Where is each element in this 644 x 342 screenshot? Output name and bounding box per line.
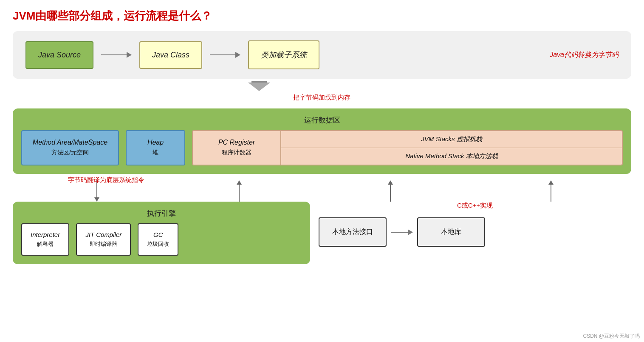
interpreter-box: Interpreter 解释器 [21, 223, 69, 256]
heap-sub: 堆 [136, 149, 175, 157]
load-label: 把字节码加载到内存 [293, 94, 350, 102]
gc-sub: 垃圾回收 [147, 240, 169, 248]
heap-label: Heap [136, 139, 175, 146]
native-area: 本地方法接口 本地库 [319, 217, 631, 247]
row2-container: 运行数据区 Method Area/MateSpace 方法区/元空间 Heap… [13, 108, 631, 174]
jit-sub: 即时编译器 [85, 240, 121, 248]
classloader-box: 类加载子系统 [248, 40, 319, 69]
pc-register-box: PC Register 程序计数器 [192, 130, 281, 165]
row3-wrapper: 执行引擎 Interpreter 解释器 JIT Compiler 即时编译器 … [13, 202, 631, 264]
jit-label: JIT Compiler [85, 231, 121, 238]
interpreter-label: Interpreter [31, 231, 60, 238]
arrow-1 [101, 52, 132, 58]
bytecode-label: 字节码翻译为底层系统指令 [68, 176, 144, 184]
row3-right: C或C++实现 本地方法接口 本地库 [319, 202, 631, 264]
down-arrow-section: 把字节码加载到内存 [13, 79, 631, 108]
method-area-label: Method Area/MateSpace [31, 139, 109, 146]
row1-label: Java代码转换为字节码 [550, 51, 619, 60]
arrow-2 [210, 52, 240, 58]
row3-title: 执行引擎 [21, 208, 302, 218]
page-title: JVM由哪些部分组成，运行流程是什么？ [13, 9, 631, 23]
right-arrows [310, 174, 631, 202]
method-area-box: Method Area/MateSpace 方法区/元空间 [21, 130, 119, 165]
arrow-up-right-2 [548, 180, 554, 202]
native-interface-box: 本地方法接口 [319, 217, 387, 247]
jvm-stacks-cell: JVM Stacks 虚拟机栈 [281, 131, 622, 148]
interpreter-sub: 解释器 [31, 240, 60, 248]
row2-title: 运行数据区 [21, 115, 623, 125]
mid-arrows [13, 174, 310, 202]
row1-container: Java Source Java Class 类加载子系统 Java代码转换为字… [13, 31, 631, 79]
row2-inner: Method Area/MateSpace 方法区/元空间 Heap 堆 PC … [21, 130, 623, 165]
row3-left: 执行引擎 Interpreter 解释器 JIT Compiler 即时编译器 … [13, 202, 310, 264]
pc-register-label: PC Register [202, 139, 271, 146]
native-method-stack-cell: Native Method Stack 本地方法栈 [281, 148, 622, 165]
c-label: C或C++实现 [319, 202, 631, 210]
pink-group: PC Register 程序计数器 JVM Stacks 虚拟机栈 Native… [192, 130, 623, 165]
java-source-box: Java Source [25, 41, 93, 69]
java-class-box: Java Class [139, 41, 202, 69]
arrow-up-2 [237, 180, 242, 202]
arrow-up-right-1 [388, 180, 393, 202]
arrow-native [391, 229, 413, 235]
pc-register-sub: 程序计数器 [202, 149, 271, 157]
connector-row: 字节码翻译为底层系统指令 [13, 174, 631, 202]
gc-label: GC [147, 231, 169, 238]
heap-box: Heap 堆 [126, 130, 185, 165]
jit-box: JIT Compiler 即时编译器 [76, 223, 131, 256]
row3-inner: Interpreter 解释器 JIT Compiler 即时编译器 GC 垃圾… [21, 223, 302, 256]
method-area-sub: 方法区/元空间 [31, 149, 109, 157]
native-lib-box: 本地库 [417, 217, 485, 247]
gc-box: GC 垃圾回收 [138, 223, 178, 256]
stack-group: JVM Stacks 虚拟机栈 Native Method Stack 本地方法… [281, 130, 623, 165]
watermark: CSDN @豆粉今天敲了吗 [583, 333, 640, 340]
